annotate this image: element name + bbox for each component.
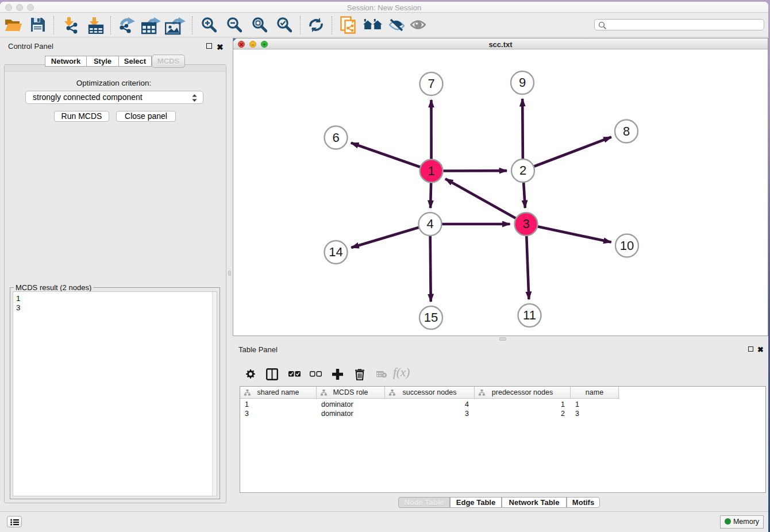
svg-text:6: 6	[332, 130, 339, 145]
svg-text:9: 9	[519, 75, 526, 90]
svg-text:3: 3	[522, 217, 529, 231]
svg-text:7: 7	[428, 76, 434, 91]
svg-text:11: 11	[523, 308, 536, 322]
svg-text:14: 14	[329, 245, 342, 259]
svg-text:4: 4	[426, 217, 433, 231]
svg-text:1: 1	[428, 164, 434, 178]
svg-text:10: 10	[620, 238, 634, 253]
svg-text:15: 15	[424, 310, 438, 325]
svg-text:8: 8	[623, 124, 630, 138]
svg-text:2: 2	[519, 163, 526, 178]
